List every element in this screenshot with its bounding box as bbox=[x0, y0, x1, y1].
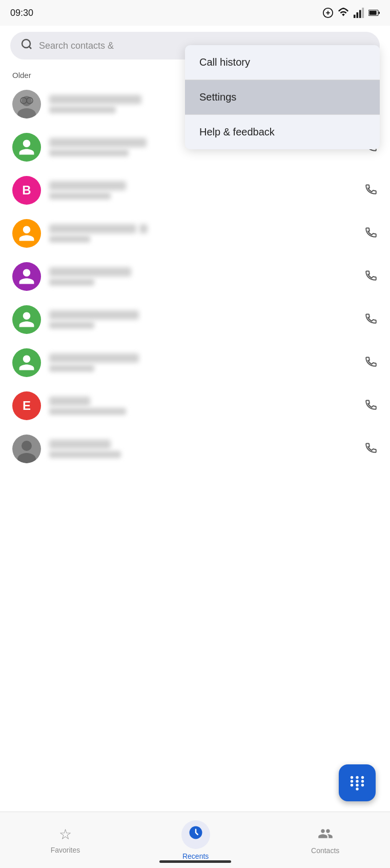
call-button[interactable] bbox=[364, 398, 378, 414]
avatar bbox=[12, 133, 41, 162]
avatar bbox=[12, 262, 41, 291]
contact-name-row bbox=[49, 310, 356, 320]
avatar bbox=[12, 305, 41, 334]
avatar bbox=[12, 435, 41, 463]
contact-name-row bbox=[49, 440, 356, 449]
contact-sub-blur bbox=[49, 106, 116, 113]
contact-name-blur bbox=[49, 440, 111, 449]
svg-point-21 bbox=[351, 776, 353, 779]
avatar: E bbox=[12, 391, 41, 420]
contacts-icon bbox=[318, 826, 333, 843]
nav-active-bg bbox=[181, 820, 210, 849]
menu-item-call-history[interactable]: Call history bbox=[185, 45, 380, 80]
list-item[interactable] bbox=[0, 298, 390, 341]
svg-point-10 bbox=[22, 40, 30, 48]
menu-item-help-feedback[interactable]: Help & feedback bbox=[185, 115, 380, 149]
list-item[interactable]: E bbox=[0, 384, 390, 427]
search-placeholder: Search contacts & bbox=[39, 41, 114, 51]
contact-name-row bbox=[49, 397, 356, 406]
contact-sub-blur bbox=[49, 235, 90, 243]
contact-name-row bbox=[49, 181, 356, 190]
contact-info bbox=[49, 181, 356, 200]
contact-info bbox=[49, 224, 356, 243]
menu-item-settings[interactable]: Settings bbox=[185, 80, 380, 114]
avatar bbox=[12, 348, 41, 377]
dropdown-menu: Call history Settings Help & feedback bbox=[185, 45, 380, 149]
svg-point-19 bbox=[22, 441, 32, 451]
contact-name-blur bbox=[49, 181, 126, 190]
svg-point-25 bbox=[356, 780, 358, 782]
contact-info bbox=[49, 353, 356, 372]
dialpad-fab[interactable] bbox=[339, 764, 376, 801]
contact-sub-blur bbox=[49, 279, 94, 286]
circle-plus-icon bbox=[322, 7, 334, 18]
battery-icon bbox=[368, 7, 380, 18]
contact-name-blur bbox=[49, 95, 141, 104]
list-item[interactable] bbox=[0, 427, 390, 470]
svg-point-28 bbox=[356, 784, 358, 786]
status-bar: 09:30 bbox=[0, 0, 390, 26]
contact-info bbox=[49, 440, 356, 458]
svg-rect-4 bbox=[356, 12, 358, 18]
contact-sub-blur bbox=[49, 149, 129, 156]
svg-point-23 bbox=[361, 776, 364, 779]
svg-rect-3 bbox=[354, 15, 356, 18]
svg-rect-8 bbox=[379, 12, 380, 14]
contact-info bbox=[49, 267, 356, 286]
list-item[interactable] bbox=[0, 255, 390, 298]
call-button[interactable] bbox=[364, 441, 378, 457]
call-button[interactable] bbox=[364, 182, 378, 199]
nav-item-recents[interactable]: Recents bbox=[171, 815, 220, 865]
contact-badge-blur bbox=[139, 224, 148, 233]
search-icon bbox=[20, 38, 33, 53]
call-button[interactable] bbox=[364, 311, 378, 328]
contact-name-blur bbox=[49, 353, 139, 363]
contact-sub-blur bbox=[49, 365, 94, 372]
contact-name-blur bbox=[49, 310, 139, 320]
svg-point-30 bbox=[356, 787, 358, 790]
svg-point-27 bbox=[351, 784, 353, 786]
avatar bbox=[12, 90, 41, 119]
nav-item-favorites[interactable]: ☆ Favorites bbox=[40, 821, 91, 859]
signal-icon bbox=[353, 7, 364, 18]
home-indicator bbox=[159, 860, 231, 863]
call-button[interactable] bbox=[364, 225, 378, 242]
contact-name-row bbox=[49, 267, 356, 277]
svg-rect-5 bbox=[359, 10, 361, 18]
avatar bbox=[12, 219, 41, 248]
svg-point-24 bbox=[351, 780, 353, 782]
call-button[interactable] bbox=[364, 354, 378, 371]
contact-sub-blur bbox=[49, 192, 111, 200]
nav-label-contacts: Contacts bbox=[311, 846, 339, 855]
recents-icon bbox=[188, 825, 203, 844]
contact-name-blur bbox=[49, 397, 90, 406]
list-item[interactable] bbox=[0, 212, 390, 255]
nav-label-favorites: Favorites bbox=[51, 846, 80, 854]
favorites-icon: ☆ bbox=[59, 826, 72, 843]
contact-name-blur bbox=[49, 267, 131, 277]
contact-name-row bbox=[49, 224, 356, 233]
status-icons bbox=[322, 7, 380, 18]
svg-point-29 bbox=[361, 784, 364, 786]
svg-line-11 bbox=[29, 47, 31, 49]
nav-item-contacts[interactable]: Contacts bbox=[301, 821, 350, 860]
call-button[interactable] bbox=[364, 268, 378, 285]
bottom-nav: ☆ Favorites Recents Contacts bbox=[0, 812, 390, 868]
list-item[interactable]: B bbox=[0, 169, 390, 212]
contact-sub-blur bbox=[49, 322, 94, 329]
contact-name-blur bbox=[49, 138, 147, 147]
svg-rect-9 bbox=[370, 11, 377, 15]
svg-point-22 bbox=[356, 776, 358, 779]
wifi-icon bbox=[338, 7, 349, 18]
contact-sub-blur bbox=[49, 451, 121, 458]
list-item[interactable] bbox=[0, 341, 390, 384]
contact-name-row bbox=[49, 353, 356, 363]
contact-info bbox=[49, 397, 356, 415]
contact-sub-blur bbox=[49, 408, 126, 415]
contact-name-blur bbox=[49, 224, 136, 233]
status-time: 09:30 bbox=[10, 8, 33, 18]
svg-point-26 bbox=[361, 780, 364, 782]
svg-rect-6 bbox=[362, 8, 364, 18]
nav-label-recents: Recents bbox=[182, 852, 209, 860]
contact-info bbox=[49, 310, 356, 329]
